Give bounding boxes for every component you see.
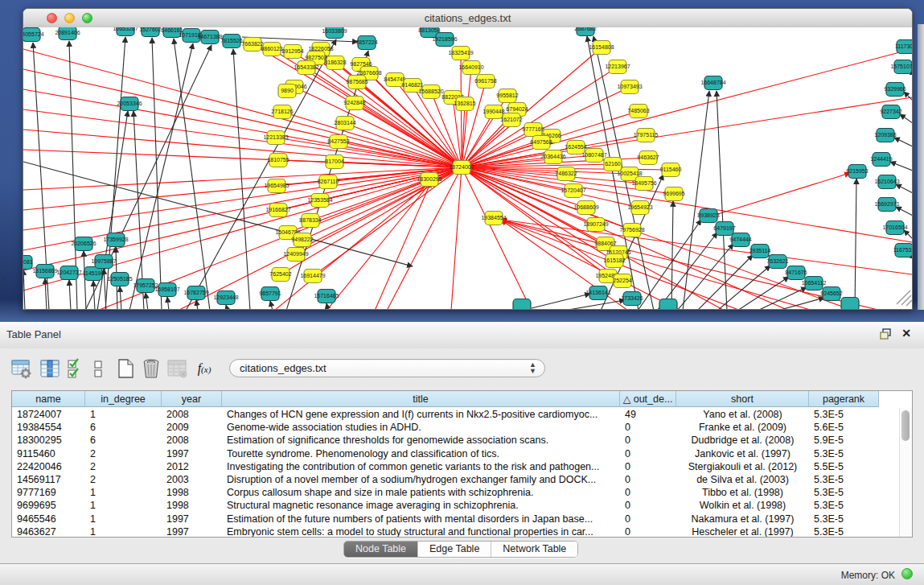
graph-edge[interactable]	[462, 167, 912, 242]
graph-node[interactable]: 17016504	[882, 221, 907, 235]
column-header-short[interactable]: short	[676, 391, 809, 407]
memory-status-indicator[interactable]	[901, 568, 913, 579]
graph-node[interactable]: 9777169	[522, 123, 544, 137]
graph-node[interactable]: 17975115	[634, 129, 659, 142]
show-columns-button[interactable]	[39, 356, 61, 381]
graph-edge[interactable]	[387, 167, 462, 310]
graph-node[interactable]: 1615182	[603, 254, 625, 268]
graph-node[interactable]: 15716485	[314, 290, 339, 303]
graph-node[interactable]: 1209388	[874, 129, 896, 142]
graph-node[interactable]	[659, 299, 677, 311]
delete-table-button[interactable]	[166, 356, 188, 381]
tab-edge-table[interactable]: Edge Table	[418, 542, 491, 557]
graph-node[interactable]: 18907249	[583, 218, 608, 232]
network-graph-canvas[interactable]: 1872400718300295193845547663822986012389…	[23, 27, 912, 310]
graph-node[interactable]: 16648784	[700, 76, 725, 90]
graph-edge[interactable]	[152, 38, 162, 310]
graph-edge[interactable]	[105, 37, 125, 310]
graph-node[interactable]: 19384554	[481, 212, 506, 225]
graph-node[interactable]: 12213383	[263, 131, 288, 145]
graph-edge[interactable]	[306, 68, 462, 167]
graph-edge[interactable]	[23, 49, 462, 167]
table-row[interactable]: 969969511998Structural magnetic resonanc…	[12, 499, 900, 512]
graph-edge[interactable]	[233, 49, 250, 310]
graph-edge[interactable]	[326, 303, 328, 310]
graph-edge[interactable]	[226, 305, 228, 310]
graph-node[interactable]: 62160	[604, 158, 622, 171]
resize-grip-icon[interactable]	[897, 290, 912, 306]
graph-node[interactable]: 8427552	[327, 135, 349, 149]
graph-node[interactable]: 9463627	[637, 151, 659, 165]
close-panel-icon[interactable]: ✕	[901, 327, 911, 340]
graph-node[interactable]: 7632621	[766, 255, 788, 269]
graph-node[interactable]: 20891406	[55, 27, 80, 40]
graph-node[interactable]: 12353584	[307, 194, 332, 208]
graph-node[interactable]: 8471676	[785, 266, 807, 280]
graph-node[interactable]: 16154808	[589, 41, 614, 55]
graph-node[interactable]: 16033809	[322, 27, 347, 39]
graph-node[interactable]: 12505185	[107, 273, 132, 286]
graph-node[interactable]: 7625402	[269, 268, 291, 282]
graph-node[interactable]: 8878334	[299, 214, 321, 228]
graph-node[interactable]: 252254	[613, 274, 631, 288]
graph-node[interactable]: 10654112	[802, 277, 827, 290]
graph-edge[interactable]	[69, 280, 71, 310]
graph-node[interactable]: 9857791	[259, 287, 281, 301]
graph-node[interactable]: 6961758	[474, 75, 496, 89]
table-row[interactable]: 1938455462009Genome-wide association stu…	[12, 421, 900, 434]
graph-node[interactable]: 1167533	[893, 244, 912, 257]
graph-node[interactable]: 15688520	[418, 85, 443, 99]
graph-edge[interactable]	[904, 92, 912, 101]
graph-edge[interactable]	[451, 167, 462, 310]
graph-edge[interactable]	[23, 130, 462, 167]
graph-node[interactable]: 20206526	[71, 237, 96, 251]
unselect-all-columns-button[interactable]	[90, 356, 106, 381]
graph-node[interactable]: 9890	[278, 84, 296, 98]
graph-node[interactable]: 10973493	[617, 80, 642, 94]
column-header-pagerank[interactable]: pagerank	[809, 391, 879, 407]
graph-edge[interactable]	[174, 39, 210, 310]
graph-node[interactable]: 16543382	[294, 61, 318, 75]
graph-node[interactable]: 16782759	[183, 286, 208, 300]
graph-edge[interactable]	[894, 138, 912, 146]
graph-node[interactable]: 7857224	[355, 36, 377, 50]
graph-node[interactable]: 9227342	[880, 105, 901, 119]
graph-node[interactable]: 1117304	[895, 40, 912, 54]
graph-node[interactable]: 10807487	[581, 149, 606, 163]
graph-node[interactable]: 12923448	[213, 291, 238, 305]
graph-edge[interactable]	[196, 300, 198, 310]
graph-node[interactable]: 16914479	[300, 270, 325, 283]
graph-node[interactable]	[513, 299, 531, 311]
table-row[interactable]: 946554611997Estimation of the future num…	[12, 513, 900, 525]
graph-node[interactable]: 1621072	[500, 113, 522, 127]
graph-node[interactable]: 8215953	[846, 165, 868, 179]
graph-node[interactable]: 20364436	[540, 150, 565, 164]
graph-edge[interactable]	[890, 162, 912, 171]
graph-node[interactable]: 17359928	[103, 233, 128, 247]
function-builder-button[interactable]: f(x)	[193, 356, 216, 381]
graph-edge[interactable]	[710, 173, 850, 216]
graph-edge[interactable]	[900, 114, 912, 123]
column-header-title[interactable]: title	[222, 391, 620, 407]
graph-edge[interactable]	[737, 277, 789, 310]
graph-edge[interactable]	[120, 286, 121, 310]
graph-node[interactable]: 1527602	[139, 27, 161, 37]
graph-node[interactable]: 19166827	[265, 204, 290, 217]
network-window-titlebar[interactable]: citations_edges.txt	[23, 9, 912, 28]
graph-edge[interactable]	[855, 179, 856, 310]
graph-node[interactable]: 14671388	[197, 31, 222, 44]
graph-edge[interactable]	[717, 91, 727, 310]
graph-node[interactable]: 13156869	[32, 265, 57, 278]
graph-node[interactable]: 1244419	[870, 153, 892, 167]
column-header-in_degree[interactable]: in_degree	[85, 391, 162, 407]
graph-node[interactable]: 15692971	[874, 198, 899, 212]
graph-node[interactable]: 18724007	[449, 161, 474, 175]
graph-node[interactable]: 18300295	[417, 173, 441, 187]
graph-node[interactable]: 19654985	[264, 179, 289, 193]
graph-edge[interactable]	[93, 281, 95, 310]
graph-node[interactable]: 15720407	[561, 184, 585, 198]
graph-node[interactable]: 1362815	[454, 97, 475, 111]
graph-node[interactable]: 10653287	[113, 27, 138, 36]
citation-network-graph[interactable]: 1872400718300295193845547663822986012389…	[23, 27, 912, 310]
graph-node[interactable]: 7485063	[627, 105, 649, 118]
